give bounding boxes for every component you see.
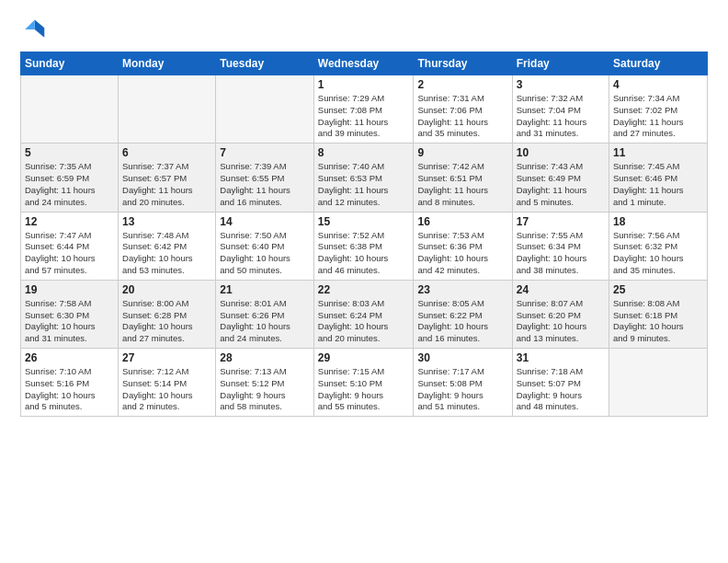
weekday-header-saturday: Saturday [609,52,708,75]
calendar-cell: 2Sunrise: 7:31 AM Sunset: 7:06 PM Daylig… [414,75,512,144]
calendar-cell: 11Sunrise: 7:45 AM Sunset: 6:46 PM Dayli… [609,144,708,212]
page: SundayMondayTuesdayWednesdayThursdayFrid… [0,0,728,563]
calendar-cell: 28Sunrise: 7:13 AM Sunset: 5:12 PM Dayli… [216,349,314,417]
day-info: Sunrise: 7:47 AM Sunset: 6:44 PM Dayligh… [25,230,114,277]
calendar-row-1: 5Sunrise: 7:35 AM Sunset: 6:59 PM Daylig… [21,144,708,212]
calendar-cell: 31Sunrise: 7:18 AM Sunset: 5:07 PM Dayli… [512,349,609,417]
calendar-cell: 14Sunrise: 7:50 AM Sunset: 6:40 PM Dayli… [216,212,314,280]
day-info: Sunrise: 7:55 AM Sunset: 6:34 PM Dayligh… [517,230,605,277]
logo-icon [20,17,46,42]
day-info: Sunrise: 7:29 AM Sunset: 7:08 PM Dayligh… [318,93,410,140]
weekday-header-wednesday: Wednesday [313,52,414,75]
day-info: Sunrise: 8:03 AM Sunset: 6:24 PM Dayligh… [318,298,410,345]
day-number: 8 [318,146,410,159]
day-number: 22 [318,283,410,296]
calendar-cell: 7Sunrise: 7:39 AM Sunset: 6:55 PM Daylig… [216,144,314,212]
day-number: 28 [220,351,310,364]
day-number: 10 [517,146,605,159]
day-info: Sunrise: 7:12 AM Sunset: 5:14 PM Dayligh… [122,366,211,413]
day-number: 11 [613,146,703,159]
weekday-header-tuesday: Tuesday [216,52,314,75]
calendar-cell: 20Sunrise: 8:00 AM Sunset: 6:28 PM Dayli… [119,280,216,348]
day-info: Sunrise: 7:34 AM Sunset: 7:02 PM Dayligh… [613,93,703,140]
calendar-cell: 6Sunrise: 7:37 AM Sunset: 6:57 PM Daylig… [119,144,216,212]
day-number: 26 [25,351,114,364]
day-info: Sunrise: 7:37 AM Sunset: 6:57 PM Dayligh… [122,161,211,208]
day-number: 7 [220,146,310,159]
day-info: Sunrise: 7:13 AM Sunset: 5:12 PM Dayligh… [220,366,310,413]
day-number: 31 [517,351,605,364]
day-info: Sunrise: 7:42 AM Sunset: 6:51 PM Dayligh… [417,161,507,208]
day-number: 17 [517,215,605,228]
logo [20,17,50,42]
day-number: 5 [25,146,114,159]
calendar-cell [216,75,314,144]
day-number: 25 [613,283,703,296]
day-info: Sunrise: 7:31 AM Sunset: 7:06 PM Dayligh… [417,93,507,140]
calendar-row-3: 19Sunrise: 7:58 AM Sunset: 6:30 PM Dayli… [21,280,708,348]
day-info: Sunrise: 7:32 AM Sunset: 7:04 PM Dayligh… [517,93,605,140]
day-number: 23 [417,283,507,296]
svg-marker-1 [25,20,35,30]
day-number: 2 [417,78,507,91]
calendar-cell [609,349,708,417]
day-info: Sunrise: 7:15 AM Sunset: 5:10 PM Dayligh… [318,366,410,413]
calendar-cell: 16Sunrise: 7:53 AM Sunset: 6:36 PM Dayli… [414,212,512,280]
weekday-header-thursday: Thursday [414,52,512,75]
day-info: Sunrise: 7:56 AM Sunset: 6:32 PM Dayligh… [613,230,703,277]
calendar-cell: 17Sunrise: 7:55 AM Sunset: 6:34 PM Dayli… [512,212,609,280]
day-number: 1 [318,78,410,91]
calendar-cell: 10Sunrise: 7:43 AM Sunset: 6:49 PM Dayli… [512,144,609,212]
day-info: Sunrise: 8:01 AM Sunset: 6:26 PM Dayligh… [220,298,310,345]
calendar-row-0: 1Sunrise: 7:29 AM Sunset: 7:08 PM Daylig… [21,75,708,144]
day-info: Sunrise: 7:10 AM Sunset: 5:16 PM Dayligh… [25,366,114,413]
calendar-cell: 13Sunrise: 7:48 AM Sunset: 6:42 PM Dayli… [119,212,216,280]
calendar-cell: 25Sunrise: 8:08 AM Sunset: 6:18 PM Dayli… [609,280,708,348]
calendar-cell: 18Sunrise: 7:56 AM Sunset: 6:32 PM Dayli… [609,212,708,280]
calendar-cell: 30Sunrise: 7:17 AM Sunset: 5:08 PM Dayli… [414,349,512,417]
day-number: 6 [122,146,211,159]
day-number: 19 [25,283,114,296]
day-info: Sunrise: 8:07 AM Sunset: 6:20 PM Dayligh… [517,298,605,345]
day-number: 24 [517,283,605,296]
day-number: 9 [417,146,507,159]
day-info: Sunrise: 8:08 AM Sunset: 6:18 PM Dayligh… [613,298,703,345]
calendar-cell [21,75,119,144]
header [20,17,708,42]
calendar-cell: 15Sunrise: 7:52 AM Sunset: 6:38 PM Dayli… [313,212,414,280]
day-info: Sunrise: 7:48 AM Sunset: 6:42 PM Dayligh… [122,230,211,277]
day-info: Sunrise: 7:18 AM Sunset: 5:07 PM Dayligh… [517,366,605,413]
day-number: 15 [318,215,410,228]
calendar-cell: 26Sunrise: 7:10 AM Sunset: 5:16 PM Dayli… [21,349,119,417]
calendar-cell: 19Sunrise: 7:58 AM Sunset: 6:30 PM Dayli… [21,280,119,348]
day-info: Sunrise: 7:50 AM Sunset: 6:40 PM Dayligh… [220,230,310,277]
calendar-cell: 22Sunrise: 8:03 AM Sunset: 6:24 PM Dayli… [313,280,414,348]
day-number: 16 [417,215,507,228]
day-number: 18 [613,215,703,228]
calendar-row-2: 12Sunrise: 7:47 AM Sunset: 6:44 PM Dayli… [21,212,708,280]
calendar-cell [119,75,216,144]
calendar-cell: 9Sunrise: 7:42 AM Sunset: 6:51 PM Daylig… [414,144,512,212]
day-info: Sunrise: 7:58 AM Sunset: 6:30 PM Dayligh… [25,298,114,345]
day-info: Sunrise: 7:52 AM Sunset: 6:38 PM Dayligh… [318,230,410,277]
calendar: SundayMondayTuesdayWednesdayThursdayFrid… [20,52,708,417]
day-number: 21 [220,283,310,296]
weekday-header-monday: Monday [119,52,216,75]
calendar-cell: 12Sunrise: 7:47 AM Sunset: 6:44 PM Dayli… [21,212,119,280]
calendar-cell: 27Sunrise: 7:12 AM Sunset: 5:14 PM Dayli… [119,349,216,417]
calendar-cell: 24Sunrise: 8:07 AM Sunset: 6:20 PM Dayli… [512,280,609,348]
calendar-cell: 23Sunrise: 8:05 AM Sunset: 6:22 PM Dayli… [414,280,512,348]
calendar-cell: 3Sunrise: 7:32 AM Sunset: 7:04 PM Daylig… [512,75,609,144]
day-number: 13 [122,215,211,228]
day-info: Sunrise: 7:43 AM Sunset: 6:49 PM Dayligh… [517,161,605,208]
day-info: Sunrise: 8:05 AM Sunset: 6:22 PM Dayligh… [417,298,507,345]
calendar-cell: 4Sunrise: 7:34 AM Sunset: 7:02 PM Daylig… [609,75,708,144]
day-number: 20 [122,283,211,296]
day-number: 29 [318,351,410,364]
day-info: Sunrise: 7:17 AM Sunset: 5:08 PM Dayligh… [417,366,507,413]
weekday-header-sunday: Sunday [21,52,119,75]
calendar-cell: 5Sunrise: 7:35 AM Sunset: 6:59 PM Daylig… [21,144,119,212]
day-number: 14 [220,215,310,228]
calendar-cell: 8Sunrise: 7:40 AM Sunset: 6:53 PM Daylig… [313,144,414,212]
day-info: Sunrise: 7:45 AM Sunset: 6:46 PM Dayligh… [613,161,703,208]
